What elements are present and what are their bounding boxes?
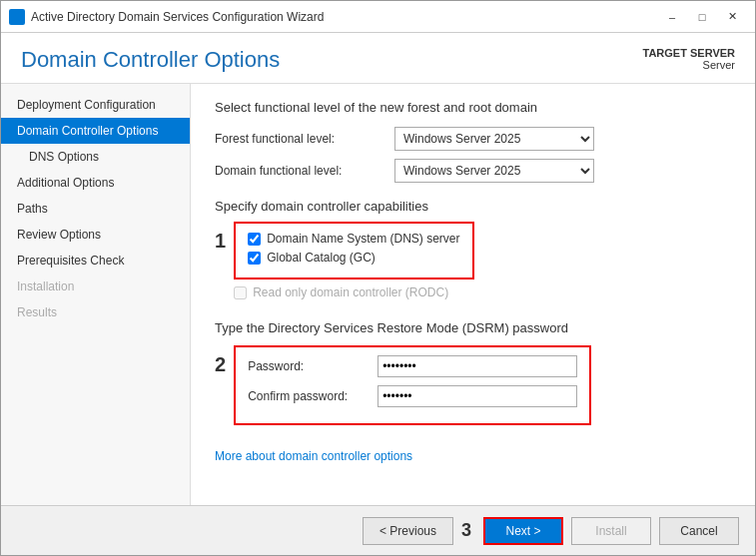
confirm-row: Confirm password: <box>248 385 577 407</box>
title-bar-text: Active Directory Domain Services Configu… <box>31 10 657 24</box>
sidebar-item-dns-options[interactable]: DNS Options <box>1 144 190 170</box>
rodc-label: Read only domain controller (RODC) <box>253 285 448 299</box>
page-title: Domain Controller Options <box>21 47 280 73</box>
maximize-button[interactable]: □ <box>687 7 717 27</box>
title-bar-controls: – □ ✕ <box>657 7 747 27</box>
rodc-checkbox-row: Read only domain controller (RODC) <box>234 285 473 299</box>
sidebar-item-dc-options[interactable]: Domain Controller Options <box>1 118 190 144</box>
functional-level-title: Select functional level of the new fores… <box>215 100 731 115</box>
more-link[interactable]: More about domain controller options <box>215 449 412 463</box>
target-server: TARGET SERVER Server <box>643 47 736 71</box>
dns-label: Domain Name System (DNS) server <box>267 232 459 246</box>
sidebar-item-additional[interactable]: Additional Options <box>1 170 190 196</box>
window: Active Directory Domain Services Configu… <box>0 0 756 556</box>
footer: < Previous 3 Next > Install Cancel <box>1 505 755 555</box>
confirm-label: Confirm password: <box>248 389 378 403</box>
close-button[interactable]: ✕ <box>717 7 747 27</box>
step2-label: 2 <box>215 353 226 376</box>
minimize-button[interactable]: – <box>657 7 687 27</box>
password-box: Password: Confirm password: <box>234 345 591 425</box>
target-server-label: TARGET SERVER <box>643 47 736 59</box>
sidebar: Deployment Configuration Domain Controll… <box>1 84 191 505</box>
sidebar-item-installation: Installation <box>1 274 190 299</box>
sidebar-item-prerequisites[interactable]: Prerequisites Check <box>1 248 190 274</box>
step3-label: 3 <box>461 520 471 541</box>
sidebar-item-paths[interactable]: Paths <box>1 196 190 222</box>
step1-label: 1 <box>215 230 226 253</box>
password-input[interactable] <box>378 355 577 377</box>
password-row: Password: <box>248 355 577 377</box>
header: Domain Controller Options TARGET SERVER … <box>1 33 755 84</box>
forest-level-row: Forest functional level: Windows Server … <box>215 127 731 151</box>
sidebar-item-deployment[interactable]: Deployment Configuration <box>1 92 190 118</box>
target-server-name: Server <box>643 59 736 71</box>
gc-label: Global Catalog (GC) <box>267 251 376 265</box>
confirm-input[interactable] <box>378 385 577 407</box>
capabilities-title: Specify domain controller capabilities <box>215 199 731 214</box>
dns-checkbox-row: Domain Name System (DNS) server <box>248 232 459 246</box>
previous-button[interactable]: < Previous <box>363 517 453 545</box>
app-icon <box>9 9 25 25</box>
forest-label: Forest functional level: <box>215 132 394 146</box>
domain-label: Domain functional level: <box>215 164 394 178</box>
dns-checkbox[interactable] <box>248 233 261 246</box>
title-bar: Active Directory Domain Services Configu… <box>1 1 755 33</box>
content-area: Select functional level of the new fores… <box>191 84 755 505</box>
password-label: Password: <box>248 359 378 373</box>
domain-level-row: Domain functional level: Windows Server … <box>215 159 731 183</box>
dsrm-title: Type the Directory Services Restore Mode… <box>215 320 731 335</box>
capabilities-box: Domain Name System (DNS) server Global C… <box>234 222 473 279</box>
sidebar-item-review[interactable]: Review Options <box>1 222 190 248</box>
next-button[interactable]: Next > <box>483 517 563 545</box>
cancel-button[interactable]: Cancel <box>659 517 739 545</box>
domain-level-select[interactable]: Windows Server 2025 <box>394 159 594 183</box>
sidebar-item-results: Results <box>1 299 190 325</box>
gc-checkbox[interactable] <box>248 252 261 265</box>
password-section: 2 Password: Confirm password: <box>215 345 731 425</box>
capabilities-section: 1 Domain Name System (DNS) server Global… <box>215 222 731 304</box>
rodc-checkbox <box>234 286 247 299</box>
gc-checkbox-row: Global Catalog (GC) <box>248 251 459 265</box>
install-button: Install <box>571 517 651 545</box>
forest-level-select[interactable]: Windows Server 2025 <box>394 127 594 151</box>
main-content: Deployment Configuration Domain Controll… <box>1 84 755 505</box>
